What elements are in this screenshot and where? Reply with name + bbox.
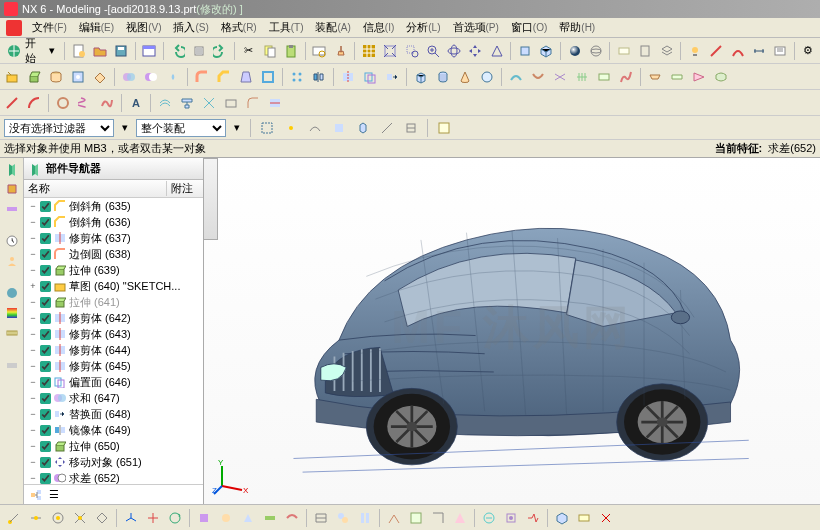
twisty-icon[interactable]: − <box>28 425 38 435</box>
sheet-1-button[interactable] <box>645 67 665 87</box>
twisty-icon[interactable]: − <box>28 265 38 275</box>
mirror-button[interactable] <box>309 67 329 87</box>
snap-end-button[interactable] <box>4 508 24 528</box>
sheet-4-button[interactable] <box>711 67 731 87</box>
feature-node[interactable]: −拉伸 (650) <box>24 438 203 454</box>
dropdown-icon[interactable]: ▾ <box>118 118 132 138</box>
history-icon[interactable] <box>3 232 21 250</box>
perspective-button[interactable] <box>487 41 506 61</box>
feature-checkbox[interactable] <box>40 409 51 420</box>
line-tool-button[interactable] <box>2 93 22 113</box>
bt-17[interactable] <box>574 508 594 528</box>
bt-11[interactable] <box>428 508 448 528</box>
redo-button[interactable] <box>211 41 230 61</box>
copy-button[interactable] <box>260 41 279 61</box>
menu-preferences[interactable]: 首选项(P) <box>447 19 505 36</box>
feature-node[interactable]: −偏置面 (646) <box>24 374 203 390</box>
block-button[interactable] <box>411 67 431 87</box>
feature-node[interactable]: −修剪体 (642) <box>24 310 203 326</box>
light-button[interactable] <box>685 41 704 61</box>
project-curve-button[interactable] <box>177 93 197 113</box>
feature-checkbox[interactable] <box>40 377 51 388</box>
section-curve-button[interactable] <box>265 93 285 113</box>
surf-5-button[interactable] <box>594 67 614 87</box>
sel-body-button[interactable] <box>353 118 373 138</box>
assemblynav-icon[interactable] <box>3 180 21 198</box>
window-button[interactable] <box>140 41 159 61</box>
feature-tree[interactable]: −倒斜角 (635)−倒斜角 (636)−修剪体 (637)−边倒圆 (638)… <box>24 198 203 484</box>
cone-button[interactable] <box>455 67 475 87</box>
dimension-button[interactable] <box>749 41 768 61</box>
text-tool-button[interactable]: A <box>126 93 146 113</box>
surf-1-button[interactable] <box>506 67 526 87</box>
sel-feature-button[interactable] <box>401 118 421 138</box>
bt-13[interactable] <box>479 508 499 528</box>
iso-view-button[interactable] <box>537 41 556 61</box>
bt-15[interactable] <box>523 508 543 528</box>
menu-edit[interactable]: 编辑(E) <box>73 19 120 36</box>
twisty-icon[interactable]: − <box>28 409 38 419</box>
viewport[interactable]: MF 沐风网 <box>204 158 820 504</box>
cb-icon[interactable] <box>3 356 21 374</box>
menu-file[interactable]: 文件(F) <box>26 19 73 36</box>
menu-insert[interactable]: 插入(S) <box>167 19 214 36</box>
bt-12[interactable] <box>450 508 470 528</box>
feature-node[interactable]: −拉伸 (641) <box>24 294 203 310</box>
helix-tool-button[interactable] <box>75 93 95 113</box>
bt-1[interactable] <box>194 508 214 528</box>
feature-node[interactable]: −边倒圆 (638) <box>24 246 203 262</box>
subtract-button[interactable] <box>141 67 161 87</box>
sheet-3-button[interactable] <box>689 67 709 87</box>
feature-node[interactable]: −倒斜角 (636) <box>24 214 203 230</box>
feature-checkbox[interactable] <box>40 249 51 260</box>
clip-button[interactable] <box>636 41 655 61</box>
chamfer-button[interactable] <box>214 67 234 87</box>
offset-curve-button[interactable] <box>155 93 175 113</box>
sel-edge-button[interactable] <box>377 118 397 138</box>
feature-node[interactable]: −镜像体 (649) <box>24 422 203 438</box>
feature-node[interactable]: −修剪体 (637) <box>24 230 203 246</box>
wcs-button[interactable] <box>121 508 141 528</box>
seethru-button[interactable] <box>614 41 633 61</box>
surf-4-button[interactable] <box>572 67 592 87</box>
hole-button[interactable] <box>68 67 88 87</box>
twisty-icon[interactable]: − <box>28 217 38 227</box>
feature-checkbox[interactable] <box>40 217 51 228</box>
feature-node[interactable]: −修剪体 (643) <box>24 326 203 342</box>
grid-button[interactable] <box>359 41 378 61</box>
feature-checkbox[interactable] <box>40 265 51 276</box>
feature-node[interactable]: −求差 (652) <box>24 470 203 484</box>
feature-checkbox[interactable] <box>40 233 51 244</box>
sel-curve-button[interactable] <box>305 118 325 138</box>
roles-icon[interactable] <box>3 252 21 270</box>
front-view-button[interactable] <box>515 41 534 61</box>
twisty-icon[interactable]: − <box>28 457 38 467</box>
snap-intersect-button[interactable] <box>70 508 90 528</box>
box-curve-button[interactable] <box>221 93 241 113</box>
col-note[interactable]: 附注 <box>167 181 203 196</box>
twisty-icon[interactable]: − <box>28 329 38 339</box>
shell-button[interactable] <box>258 67 278 87</box>
measure-icon[interactable] <box>3 324 21 342</box>
twisty-icon[interactable]: − <box>28 361 38 371</box>
twisty-icon[interactable]: − <box>28 345 38 355</box>
surf-6-button[interactable] <box>616 67 636 87</box>
feature-checkbox[interactable] <box>40 329 51 340</box>
feature-checkbox[interactable] <box>40 425 51 436</box>
wcs-move-button[interactable] <box>143 508 163 528</box>
assembly-filter[interactable]: 整个装配 <box>136 119 226 137</box>
bt-4[interactable] <box>260 508 280 528</box>
wireframe-button[interactable] <box>586 41 605 61</box>
feature-node[interactable]: −倒斜角 (635) <box>24 198 203 214</box>
intersect-button[interactable] <box>163 67 183 87</box>
fillet-button[interactable] <box>192 67 212 87</box>
zoom-rect-button[interactable] <box>402 41 421 61</box>
revolve-button[interactable] <box>46 67 66 87</box>
internet-icon[interactable] <box>3 284 21 302</box>
fillet-curve-button[interactable] <box>243 93 263 113</box>
partnav-icon[interactable] <box>3 160 21 178</box>
wcs-rotate-button[interactable] <box>165 508 185 528</box>
draft-button[interactable] <box>236 67 256 87</box>
arc-button[interactable] <box>728 41 747 61</box>
twisty-icon[interactable]: − <box>28 313 38 323</box>
